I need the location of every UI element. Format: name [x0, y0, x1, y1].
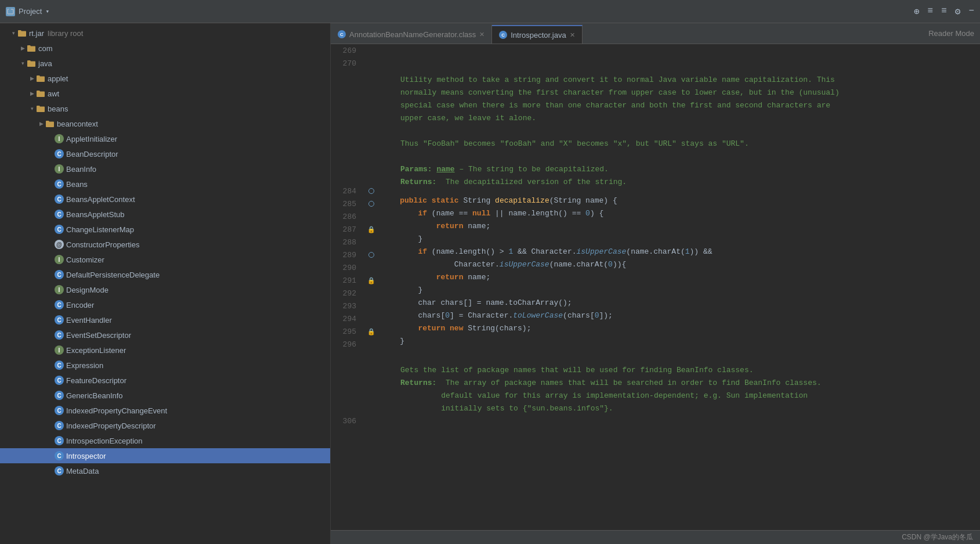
- sidebar-item-Encoder[interactable]: CEncoder: [0, 297, 330, 312]
- line-num: [331, 146, 361, 159]
- item-label-ExceptionListener: ExceptionListener: [66, 346, 126, 355]
- item-label-java: java: [38, 59, 52, 68]
- class-icon-Encoder: C: [55, 300, 64, 309]
- sidebar-item-BeansAppletContext[interactable]: CBeansAppletContext: [0, 192, 330, 207]
- project-tree[interactable]: ▾ rt.jarlibrary root▶ com▾ java▶ applet▶…: [0, 23, 330, 544]
- sidebar-item-Expression[interactable]: CExpression: [0, 358, 330, 373]
- sidebar-item-Customizer[interactable]: ICustomizer: [0, 252, 330, 267]
- code-line: if (name.length() > 1 && Character.isUpp…: [377, 245, 980, 258]
- sidebar-item-EventHandler[interactable]: CEventHandler: [0, 312, 330, 327]
- sidebar-item-Introspector[interactable]: CIntrospector: [0, 448, 330, 463]
- expand-arrow-awt[interactable]: ▶: [28, 89, 36, 98]
- expand-arrow-rt-jar[interactable]: ▾: [9, 29, 17, 37]
- sidebar-item-ExceptionListener[interactable]: IExceptionListener: [0, 343, 330, 358]
- sidebar-item-applet[interactable]: ▶ applet: [0, 71, 330, 86]
- tab1-icon: C: [338, 30, 346, 38]
- sidebar-item-ConstructorProperties[interactable]: @ConstructorProperties: [0, 237, 330, 252]
- status-bar: CSDN @学Java的冬瓜: [331, 530, 980, 544]
- sidebar-item-DesignMode[interactable]: IDesignMode: [0, 282, 330, 297]
- item-label-EventSetDescriptor: EventSetDescriptor: [66, 331, 131, 340]
- expand-arrow-beancontext[interactable]: ▶: [37, 120, 45, 128]
- doc-line: Gets the list of package names that will…: [400, 365, 971, 377]
- code-area[interactable]: Utility method to take a string and conv…: [377, 44, 980, 530]
- sidebar-item-java[interactable]: ▾ java: [0, 56, 330, 71]
- code-line: }: [377, 232, 980, 245]
- sidebar-item-GenericBeanInfo[interactable]: CGenericBeanInfo: [0, 388, 330, 403]
- sidebar-item-IndexedPropertyChangeEvent[interactable]: CIndexedPropertyChangeEvent: [0, 403, 330, 418]
- tab-annotation-bean[interactable]: C AnnotationBeanNameGenerator.class ✕: [331, 25, 492, 44]
- doc-line: upper case, we leave it alone.: [400, 113, 971, 125]
- project-label[interactable]: Project: [19, 7, 42, 16]
- item-label-DesignMode: DesignMode: [66, 286, 109, 294]
- expand-arrow-applet[interactable]: ▶: [28, 74, 36, 82]
- sidebar-item-FeatureDescriptor[interactable]: CFeatureDescriptor: [0, 373, 330, 388]
- gutter-row: [366, 82, 377, 95]
- sidebar-item-DefaultPersistenceDelegate[interactable]: CDefaultPersistenceDelegate: [0, 267, 330, 282]
- sidebar-item-AppletInitializer[interactable]: IAppletInitializer: [0, 131, 330, 146]
- code-line: [377, 44, 980, 57]
- svg-rect-1: [9, 8, 11, 10]
- item-label-com: com: [38, 44, 53, 53]
- code-line: return name;: [377, 271, 980, 283]
- item-label-applet: applet: [48, 74, 68, 83]
- gutter-row: 🔒: [366, 325, 377, 338]
- code-line: [377, 57, 980, 70]
- scope-icon[interactable]: ⊕: [914, 6, 920, 17]
- expand-arrow-java[interactable]: ▾: [19, 59, 27, 67]
- sidebar-item-EventSetDescriptor[interactable]: CEventSetDescriptor: [0, 327, 330, 343]
- sidebar-item-awt[interactable]: ▶ awt: [0, 86, 330, 101]
- line-num: [331, 363, 361, 376]
- expand-arrow-beans[interactable]: ▾: [28, 105, 36, 113]
- tab2-label: Introspector.java: [511, 31, 566, 39]
- tab1-label: AnnotationBeanNameGenerator.class: [349, 30, 476, 39]
- sidebar-item-IntrospectionException[interactable]: CIntrospectionException: [0, 433, 330, 448]
- item-label-BeansAppletStub: BeansAppletStub: [66, 210, 124, 219]
- sidebar-item-ChangeListenerMap[interactable]: CChangeListenerMap: [0, 222, 330, 237]
- expand-arrow-com[interactable]: ▶: [19, 44, 27, 52]
- project-icon: [6, 7, 15, 16]
- sidebar-item-beancontext[interactable]: ▶ beancontext: [0, 116, 330, 131]
- sidebar-item-BeanDescriptor[interactable]: CBeanDescriptor: [0, 146, 330, 161]
- folder-icon-java: [27, 59, 36, 68]
- tab1-close[interactable]: ✕: [479, 31, 484, 38]
- tab2-close[interactable]: ✕: [570, 31, 575, 39]
- sidebar-item-rt-jar[interactable]: ▾ rt.jarlibrary root: [0, 26, 330, 41]
- gutter-row: [366, 300, 377, 312]
- settings-icon[interactable]: ⚙: [955, 6, 961, 17]
- sidebar-item-IndexedPropertyDescriptor[interactable]: CIndexedPropertyDescriptor: [0, 418, 330, 433]
- tab-introspector[interactable]: C Introspector.java ✕: [492, 25, 582, 44]
- code-line: char chars[] = name.toCharArray();: [377, 296, 980, 309]
- sidebar-item-BeanInfo[interactable]: IBeanInfo: [0, 161, 330, 176]
- sidebar-item-com[interactable]: ▶ com: [0, 41, 330, 56]
- code-line: return name;: [377, 219, 980, 232]
- code-line: [377, 420, 980, 433]
- class-icon-FeatureDescriptor: C: [55, 376, 64, 385]
- line-num: 289: [331, 248, 361, 261]
- line-num: 288: [331, 236, 361, 248]
- doc-line: Utility method to take a string and conv…: [400, 74, 971, 87]
- line-num: 287: [331, 223, 361, 236]
- item-label-ConstructorProperties: ConstructorProperties: [66, 240, 139, 249]
- item-sublabel-rt-jar: library root: [48, 29, 83, 38]
- title-bar-left: Project ▾: [6, 7, 331, 16]
- bookmark-icon: [368, 188, 374, 194]
- doc-block-bottom: Gets the list of package names that will…: [377, 360, 980, 420]
- chevron-down-icon[interactable]: ▾: [45, 8, 49, 15]
- gutter-row: [366, 351, 377, 363]
- line-num: [331, 159, 361, 172]
- sidebar-item-beans[interactable]: ▾ beans: [0, 101, 330, 116]
- class-icon-Expression: C: [55, 361, 64, 370]
- bookmark-icon: [368, 201, 374, 207]
- collapse-icon[interactable]: ≡: [941, 6, 947, 17]
- sidebar-item-MetaData[interactable]: CMetaData: [0, 463, 330, 478]
- sidebar-item-Beans[interactable]: CBeans: [0, 176, 330, 192]
- line-numbers: 2692702842852862872882892902912922932942…: [331, 44, 366, 530]
- gutter-row: [366, 121, 377, 134]
- item-label-awt: awt: [48, 89, 59, 98]
- sidebar-item-BeansAppletStub[interactable]: CBeansAppletStub: [0, 207, 330, 222]
- minimize-icon[interactable]: −: [968, 6, 974, 17]
- sort-icon[interactable]: ≡: [928, 6, 934, 17]
- code-line: return new String(chars);: [377, 322, 980, 334]
- gutter-row: [366, 159, 377, 172]
- line-num: 291: [331, 274, 361, 287]
